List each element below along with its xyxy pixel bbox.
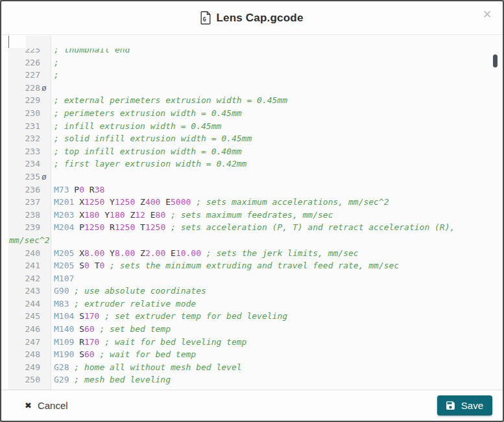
close-icon[interactable]: ✕ [481, 8, 494, 21]
modal-header: G Lens Cap.gcode ✕ [1, 1, 503, 35]
gcode-editor-modal: G Lens Cap.gcode ✕ 225; thumbnail end226… [0, 0, 504, 422]
code-line[interactable]: 236M73 P0 R38 [1, 183, 503, 196]
line-number: 233 [8, 145, 40, 158]
code-line[interactable]: 247M109 R170 ; wait for bed leveling tem… [1, 336, 503, 349]
code-line[interactable]: 232; solid infill extrusion width = 0.45… [1, 132, 503, 145]
line-code: M109 R170 ; wait for bed leveling temp [54, 336, 503, 349]
line-code: M107 [54, 272, 503, 285]
code-line[interactable]: 240M205 X8.00 Y8.00 Z2.00 E10.00 ; sets … [1, 247, 503, 260]
line-code: G90 ; use absolute coordinates [54, 285, 503, 298]
line-number: 228 [8, 82, 40, 95]
line-code: mm/sec^2 [9, 234, 503, 247]
line-number: 235 [8, 170, 40, 183]
line-code: M201 X1250 Y1250 Z400 E5000 ; sets maxim… [54, 196, 503, 209]
cancel-x-icon: ✖ [25, 401, 32, 410]
code-line[interactable]: 233; top infill extrusion width = 0.40mm [1, 145, 503, 158]
code-line[interactable]: 250G29 ; mesh bed leveling [1, 373, 503, 386]
line-number: 230 [8, 107, 40, 120]
line-code: M73 P0 R38 [54, 183, 503, 196]
line-code: G28 ; home all without mesh bed level [54, 361, 503, 374]
line-number: 243 [8, 285, 40, 298]
line-number: 246 [8, 323, 40, 336]
code-line[interactable]: 235ø [1, 170, 503, 183]
modal-footer: ✖ Cancel Save [1, 390, 503, 421]
code-line[interactable]: 241M205 S0 T0 ; sets the minimum extrudi… [1, 259, 503, 272]
code-line[interactable]: 225; thumbnail end [1, 43, 503, 56]
line-number: 249 [8, 361, 40, 374]
special-char-marker: ø [42, 170, 47, 183]
line-number: 250 [8, 373, 40, 386]
line-code: M104 S170 ; set extruder temp for bed le… [54, 310, 503, 323]
line-number: 236 [8, 183, 40, 196]
line-code: ; infill extrusion width = 0.45mm [54, 120, 503, 133]
line-code: ; first layer extrusion width = 0.42mm [54, 158, 503, 170]
code-line[interactable]: 242M107 [1, 272, 503, 285]
line-code: ; external perimeters extrusion width = … [54, 94, 503, 107]
code-line[interactable]: 237M201 X1250 Y1250 Z400 E5000 ; sets ma… [1, 196, 503, 209]
line-code: ; top infill extrusion width = 0.40mm [54, 145, 503, 158]
line-number: 247 [8, 336, 40, 349]
modal-title-group: G Lens Cap.gcode [200, 11, 303, 25]
line-number: 231 [8, 120, 40, 133]
line-number: 232 [8, 132, 40, 145]
line-code: ; perimeters extrusion width = 0.45mm [54, 107, 503, 120]
line-number: 240 [8, 247, 40, 260]
code-line[interactable]: 229; external perimeters extrusion width… [1, 94, 503, 107]
line-number: 234 [8, 158, 40, 170]
save-button-label: Save [461, 400, 483, 411]
line-code: G29 ; mesh bed leveling [54, 373, 503, 386]
line-code: M140 S60 ; set bed temp [54, 323, 503, 336]
line-number: 238 [8, 209, 40, 222]
line-number: 242 [8, 272, 40, 285]
line-code: M205 S0 T0 ; sets the minimum extruding … [54, 259, 503, 272]
line-code: ; [54, 56, 503, 69]
save-button[interactable]: Save [437, 395, 492, 416]
line-code: M190 S60 ; wait for bed temp [54, 348, 503, 361]
svg-text:G: G [203, 16, 206, 23]
code-line[interactable]: 243G90 ; use absolute coordinates [1, 285, 503, 298]
code-line[interactable]: 244M83 ; extruder relative mode [1, 298, 503, 311]
line-code: M203 X180 Y180 Z12 E80 ; sets maximum fe… [54, 209, 503, 222]
line-number: 226 [8, 56, 40, 69]
code-line[interactable]: 227; [1, 69, 503, 82]
code-line[interactable]: 228ø [1, 82, 503, 95]
line-number: 245 [8, 310, 40, 323]
line-code: ; [54, 69, 503, 82]
line-number: 239 [8, 221, 40, 234]
line-number: 244 [8, 298, 40, 311]
line-number: 225 [8, 43, 40, 56]
gcode-editor[interactable]: 225; thumbnail end226;227;228ø229; exter… [1, 36, 503, 390]
save-floppy-icon [445, 400, 456, 411]
vertical-scrollbar-thumb[interactable] [493, 54, 498, 67]
code-line[interactable]: 234; first layer extrusion width = 0.42m… [1, 158, 503, 170]
line-number: 241 [8, 259, 40, 272]
code-line[interactable]: mm/sec^2 [1, 234, 503, 247]
line-number: 229 [8, 94, 40, 107]
line-code: ; solid infill extrusion width = 0.45mm [54, 132, 503, 145]
gcode-file-icon: G [200, 11, 211, 25]
modal-title: Lens Cap.gcode [216, 12, 303, 25]
code-line[interactable]: 226; [1, 56, 503, 69]
line-number: 227 [8, 69, 40, 82]
cancel-button-label: Cancel [38, 400, 68, 411]
cancel-button[interactable]: ✖ Cancel [21, 397, 72, 414]
code-line[interactable]: 246M140 S60 ; set bed temp [1, 323, 503, 336]
line-number: 237 [8, 196, 40, 209]
special-char-marker: ø [42, 82, 47, 95]
code-line[interactable]: 231; infill extrusion width = 0.45mm [1, 120, 503, 133]
code-line[interactable]: 239M204 P1250 R1250 T1250 ; sets acceler… [1, 221, 503, 234]
line-code: M205 X8.00 Y8.00 Z2.00 E10.00 ; sets the… [54, 247, 503, 260]
code-line[interactable]: 248M190 S60 ; wait for bed temp [1, 348, 503, 361]
code-lines: 225; thumbnail end226;227;228ø229; exter… [1, 43, 503, 386]
code-line[interactable]: 245M104 S170 ; set extruder temp for bed… [1, 310, 503, 323]
code-line[interactable]: 238M203 X180 Y180 Z12 E80 ; sets maximum… [1, 209, 503, 222]
line-code: M204 P1250 R1250 T1250 ; sets accelerati… [54, 221, 503, 234]
line-number: 248 [8, 348, 40, 361]
code-line[interactable]: 249G28 ; home all without mesh bed level [1, 361, 503, 374]
line-code: M83 ; extruder relative mode [54, 298, 503, 311]
code-line[interactable]: 230; perimeters extrusion width = 0.45mm [1, 107, 503, 120]
line-code: ; thumbnail end [54, 43, 503, 56]
